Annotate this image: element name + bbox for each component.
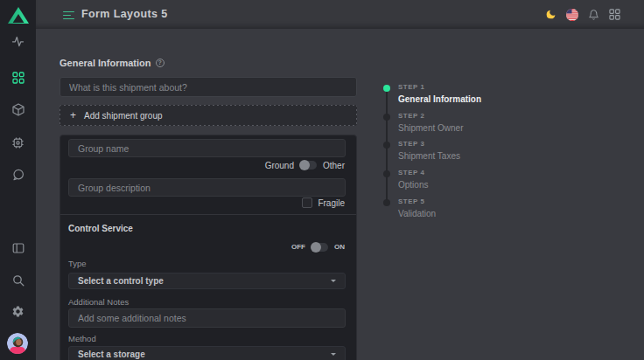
app-logo[interactable] <box>0 0 36 30</box>
language-flag-icon[interactable] <box>566 9 578 21</box>
ground-other-toggle-row: Ground Other <box>265 159 345 171</box>
step-dot-3 <box>383 142 390 149</box>
type-label: Type <box>68 259 87 268</box>
cube-icon <box>12 103 24 116</box>
add-group-label: Add shipment group <box>84 111 163 121</box>
toggle-right-label: Other <box>323 161 345 170</box>
stepper-step-3[interactable]: STEP 3 Shipment Taxes <box>398 140 460 161</box>
sidebar <box>0 0 36 360</box>
control-type-value: Select a control type <box>78 276 164 286</box>
additional-notes-input[interactable] <box>68 308 346 328</box>
group-description-input[interactable] <box>68 178 346 197</box>
toggle-knob <box>299 160 310 170</box>
sidebar-toggle-layout[interactable] <box>11 241 24 254</box>
storage-method-select[interactable]: Select a storage <box>68 346 346 360</box>
sidebar-settings[interactable] <box>11 305 24 318</box>
shipment-about-input[interactable] <box>60 77 357 97</box>
sidebar-item-layouts[interactable] <box>11 71 24 84</box>
chevron-down-icon <box>331 280 336 282</box>
menu-toggle-icon[interactable] <box>63 11 74 21</box>
page-title: Form Layouts 5 <box>81 0 168 29</box>
fragile-checkbox[interactable] <box>302 197 312 208</box>
notes-label: Additional Notes <box>68 297 129 307</box>
toggle-left-label: Ground <box>265 161 294 170</box>
add-shipment-group-button[interactable]: + Add shipment group <box>60 105 357 126</box>
notifications-bell-icon[interactable] <box>588 9 599 21</box>
section-title: General Information ? <box>60 58 164 68</box>
control-service-toggle-row: OFF ON <box>291 241 345 253</box>
sidebar-search[interactable] <box>11 273 24 287</box>
help-icon[interactable]: ? <box>156 59 164 67</box>
header: Form Layouts 5 <box>36 0 644 29</box>
toggle-knob <box>311 242 321 253</box>
step-dot-1 <box>383 85 390 92</box>
off-label: OFF <box>291 243 305 251</box>
apps-grid-icon[interactable] <box>609 9 620 20</box>
on-label: ON <box>334 243 345 251</box>
method-label: Method <box>68 334 96 343</box>
grid-icon <box>12 72 24 84</box>
theme-moon-icon[interactable] <box>545 9 556 20</box>
storage-method-value: Select a storage <box>78 350 145 359</box>
user-avatar[interactable] <box>7 333 28 354</box>
fragile-row: Fragile <box>302 197 345 209</box>
header-actions <box>545 0 620 29</box>
stepper-step-2[interactable]: STEP 2 Shipment Owner <box>398 112 463 133</box>
sidebar-item-components[interactable] <box>11 103 24 116</box>
section-title-text: General Information <box>60 58 151 68</box>
step-dot-4 <box>383 170 390 177</box>
logo-triangle-icon <box>8 7 29 24</box>
activity-icon <box>11 35 24 48</box>
group-name-input[interactable] <box>68 139 346 157</box>
step-dot-2 <box>383 114 390 121</box>
chat-bubble-icon <box>12 169 24 181</box>
content: General Information ? + Add shipment gro… <box>36 29 644 360</box>
sidebar-item-hardware[interactable] <box>11 136 24 149</box>
ground-other-toggle[interactable] <box>300 161 317 170</box>
layout-icon <box>12 242 24 254</box>
stepper-step-1[interactable]: STEP 1 General Information <box>398 83 481 104</box>
control-service-label: Control Service <box>68 224 133 233</box>
plus-icon: + <box>70 110 76 121</box>
chevron-down-icon <box>331 353 336 356</box>
panel-divider <box>60 214 356 215</box>
avatar-image <box>7 333 28 354</box>
gear-icon <box>11 305 24 318</box>
stepper-step-4[interactable]: STEP 4 Options <box>398 169 428 190</box>
shipment-group-panel: Ground Other Fragile Control Service OFF… <box>60 135 357 360</box>
chip-icon <box>11 136 24 149</box>
search-icon <box>12 274 24 287</box>
control-type-select[interactable]: Select a control type <box>68 273 346 289</box>
control-service-toggle[interactable] <box>312 243 328 252</box>
sidebar-item-messages[interactable] <box>11 168 24 181</box>
step-dot-5 <box>383 199 390 206</box>
fragile-label: Fragile <box>318 198 345 208</box>
sidebar-item-activity[interactable] <box>11 35 24 48</box>
stepper-step-5[interactable]: STEP 5 Validation <box>398 197 436 218</box>
